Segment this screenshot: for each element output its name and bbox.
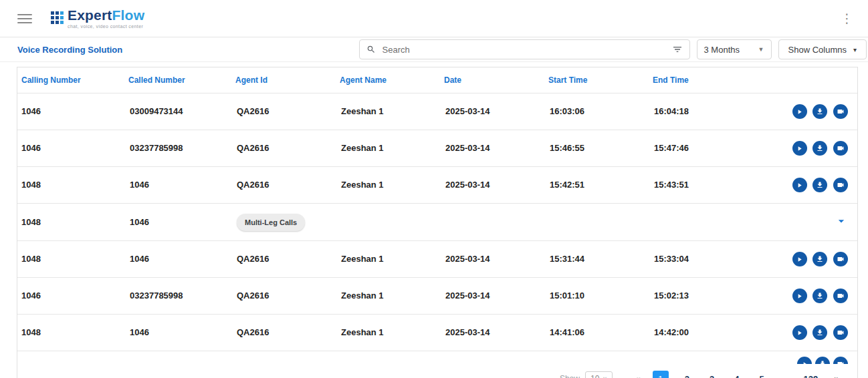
next-page-button[interactable]: » — [834, 373, 839, 378]
video-button[interactable] — [833, 357, 848, 364]
play-icon — [796, 108, 803, 116]
select-caret-icon: ∨ — [603, 375, 607, 378]
cell-date — [440, 204, 544, 241]
show-columns-label: Show Columns — [788, 45, 847, 55]
cell-calling-number: 1048 — [17, 315, 124, 351]
cell-start-time: 15:31:44 — [544, 241, 649, 278]
download-button[interactable] — [815, 357, 830, 364]
clipped-table-row — [17, 351, 857, 364]
page-size-select[interactable]: 10 ∨ — [585, 371, 613, 378]
table-row: 1046 03009473144 QA2616 Zeeshan 1 2025-0… — [17, 93, 857, 130]
page-button-5[interactable]: 5 — [755, 373, 768, 378]
cell-called-number: 1046 — [124, 315, 231, 351]
filter-icon[interactable] — [672, 44, 683, 55]
prev-page-button[interactable]: « — [635, 373, 641, 378]
video-button[interactable] — [833, 178, 848, 192]
table-row: 1046 03237785998 QA2616 Zeeshan 1 2025-0… — [17, 278, 857, 315]
cell-date: 2025-03-14 — [440, 130, 544, 167]
cell-actions — [753, 130, 857, 167]
play-icon — [796, 293, 803, 300]
cell-agent-name: Zeeshan 1 — [336, 241, 440, 278]
cell-calling-number: 1048 — [17, 241, 124, 278]
download-button[interactable] — [812, 325, 827, 340]
page-size-value: 10 — [590, 374, 599, 378]
expand-row-button[interactable] — [835, 214, 848, 230]
cell-agent-name: Zeeshan 1 — [336, 278, 440, 315]
column-end-time: End Time — [649, 67, 753, 93]
download-button[interactable] — [812, 178, 827, 192]
video-icon — [837, 108, 845, 116]
cell-end-time: 15:33:04 — [649, 241, 753, 278]
download-icon — [816, 144, 824, 152]
cell-agent-id: QA2616 — [231, 130, 336, 167]
video-button[interactable] — [833, 325, 848, 340]
hamburger-menu-icon[interactable] — [17, 14, 32, 23]
page-button-129[interactable]: 129 — [800, 373, 823, 378]
search-input[interactable] — [381, 44, 667, 55]
download-icon — [819, 360, 827, 364]
download-button[interactable] — [812, 104, 827, 119]
cell-start-time: 15:46:55 — [544, 130, 649, 167]
column-calling-number: Calling Number — [17, 67, 124, 93]
download-button[interactable] — [812, 141, 827, 156]
column-agent-name: Agent Name — [336, 67, 440, 93]
column-start-time: Start Time — [544, 67, 649, 93]
table-row: 1048 1046 QA2616 Zeeshan 1 2025-03-14 15… — [17, 241, 857, 278]
cell-agent-name — [336, 204, 440, 241]
play-button[interactable] — [792, 141, 807, 156]
page-button-2[interactable]: 2 — [681, 373, 693, 378]
multi-leg-badge: Multi-Leg Calls — [237, 214, 305, 231]
pagination: Show 10 ∨ « 1 2 3 4 5 ... 129 » — [17, 364, 857, 378]
cell-actions — [753, 167, 857, 204]
video-button[interactable] — [833, 141, 848, 156]
cell-actions — [753, 315, 857, 351]
cell-called-number: 03237785998 — [124, 278, 231, 315]
play-button[interactable] — [797, 357, 812, 364]
download-button[interactable] — [812, 289, 827, 303]
cell-start-time — [544, 204, 649, 241]
brand-tagline: chat, voice, video contact center — [68, 24, 144, 29]
period-select[interactable]: 3 Months ▼ — [697, 39, 772, 59]
cell-start-time: 15:01:10 — [544, 278, 649, 315]
download-button[interactable] — [812, 252, 827, 266]
video-icon — [837, 329, 845, 337]
page-title: Voice Recording Solution — [17, 45, 122, 55]
play-button[interactable] — [792, 252, 807, 266]
play-icon — [801, 361, 808, 365]
cell-calling-number: 1048 — [17, 204, 124, 241]
cell-end-time: 15:02:13 — [649, 278, 753, 315]
grid-logo-icon — [51, 11, 64, 24]
cell-date: 2025-03-14 — [440, 167, 544, 204]
table-row: 1048 1046 QA2616 Zeeshan 1 2025-03-14 14… — [17, 315, 857, 351]
brand-text: ExpertFlow chat, voice, video contact ce… — [68, 8, 144, 29]
play-button[interactable] — [792, 104, 807, 119]
page-button-4[interactable]: 4 — [730, 373, 743, 378]
results-panel: Calling Number Called Number Agent Id Ag… — [17, 67, 858, 378]
page-size-label: Show — [560, 374, 580, 378]
video-button[interactable] — [833, 252, 848, 266]
play-button[interactable] — [792, 178, 807, 192]
play-icon — [796, 182, 803, 189]
page-button-3[interactable]: 3 — [706, 373, 718, 378]
cell-start-time: 14:41:06 — [544, 315, 649, 351]
video-button[interactable] — [833, 289, 848, 303]
play-button[interactable] — [792, 325, 807, 340]
cell-agent-name: Zeeshan 1 — [336, 167, 440, 204]
cell-actions — [753, 241, 857, 278]
kebab-menu-icon[interactable]: ⋮ — [837, 9, 857, 27]
cell-called-number: 1046 — [124, 204, 231, 241]
play-button[interactable] — [792, 289, 807, 303]
video-icon — [837, 144, 845, 152]
column-date: Date — [440, 67, 544, 93]
cell-calling-number: 1046 — [17, 130, 124, 167]
video-button[interactable] — [833, 104, 848, 119]
show-columns-button[interactable]: Show Columns ▾ — [778, 39, 867, 59]
search-box — [359, 39, 690, 59]
period-select-value: 3 Months — [704, 45, 740, 55]
page-button-1[interactable]: 1 — [653, 371, 669, 378]
column-agent-id: Agent Id — [231, 67, 336, 93]
cell-called-number: 03237785998 — [124, 130, 231, 167]
cell-agent-name: Zeeshan 1 — [336, 93, 440, 130]
cell-date: 2025-03-14 — [440, 315, 544, 351]
cell-date: 2025-03-14 — [440, 241, 544, 278]
